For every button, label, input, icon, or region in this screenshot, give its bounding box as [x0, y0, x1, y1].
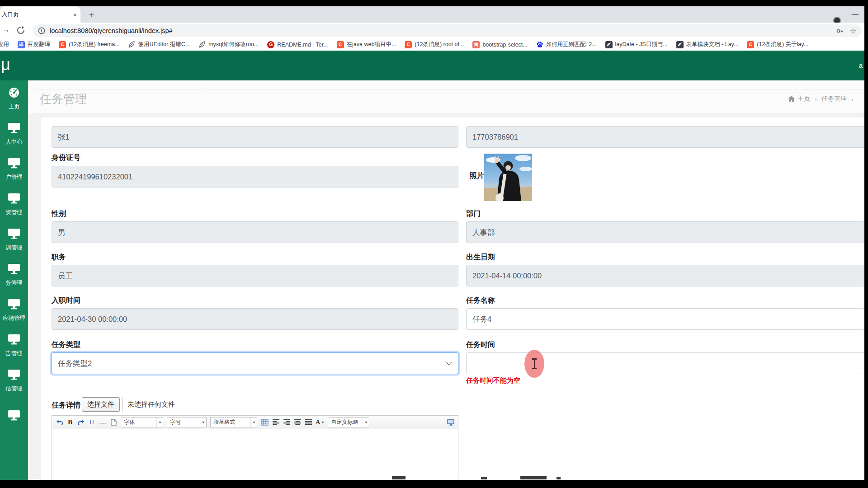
monitor-icon: [8, 263, 20, 276]
sidebar-item-partial[interactable]: [0, 398, 28, 433]
csdn-icon: C: [337, 41, 344, 48]
bookmark-item[interactable]: G README.md · Ter...: [267, 41, 328, 48]
dept-label: 部门: [466, 209, 481, 219]
site-info-icon[interactable]: [38, 27, 45, 34]
idcard-field: 410224199610232001: [52, 166, 458, 188]
custom-heading-select[interactable]: 自定义标题: [328, 417, 369, 427]
editor-toolbar: B U — 字体 字号 段落格式: [52, 415, 458, 429]
phone-field: 17703786901: [466, 126, 864, 148]
monitor-icon: [8, 334, 20, 347]
tasktime-error: 任务时间不能为空: [466, 376, 520, 385]
horizontal-rule-button[interactable]: —: [99, 418, 106, 427]
browser-tab[interactable]: 入口页 ×: [0, 6, 80, 23]
justify-icon[interactable]: [305, 418, 312, 427]
birthdate-label: 出生日期: [466, 253, 495, 262]
duty-label: 职务: [52, 253, 66, 262]
employee-photo: [484, 154, 532, 201]
sidebar-item-message-mgmt[interactable]: 信管理: [0, 362, 28, 398]
redo-icon[interactable]: [77, 418, 85, 427]
monitor-icon: [8, 410, 20, 422]
sidebar-item-user-mgmt[interactable]: 户管理: [0, 151, 28, 186]
text-cursor-icon: [534, 358, 535, 369]
font-color-icon[interactable]: A: [316, 418, 324, 427]
sidebar-item-salary-mgmt[interactable]: 资管理: [0, 186, 28, 221]
sidebar-item-report-mgmt[interactable]: 告管理: [0, 327, 28, 362]
layui-icon: [676, 41, 684, 48]
bookmark-item[interactable]: 使用UEditor 报错C...: [128, 41, 190, 48]
bookmark-item[interactable]: C (12条消息) freema...: [59, 41, 120, 48]
monitor-icon: [8, 193, 20, 206]
underline-button[interactable]: U: [88, 418, 95, 427]
partial-bottom-glyph: [481, 477, 487, 480]
breadcrumb-current[interactable]: 任务管理: [821, 95, 847, 103]
content-body: 张1 17703786901 身份证号 410224199610232001 照…: [28, 113, 864, 480]
gender-field: 男: [52, 221, 458, 243]
bookmark-item[interactable]: C (12条消息) root of...: [405, 41, 464, 48]
gender-label: 性别: [52, 209, 66, 219]
tab-strip: 入口页 × + —: [0, 6, 864, 23]
align-center-icon[interactable]: [294, 418, 301, 427]
bookmark-star-icon[interactable]: ☆: [850, 27, 856, 35]
taskname-label: 任务名称: [466, 296, 495, 305]
bookmark-item[interactable]: 应用: [0, 41, 9, 48]
bookmark-item[interactable]: 如何用正则匹配: 2...: [536, 41, 597, 48]
table-icon[interactable]: [261, 418, 269, 427]
breadcrumb-home[interactable]: 主页: [788, 95, 810, 103]
bookmark-item[interactable]: 表单模块文档 - Lay...: [676, 41, 739, 48]
bookmark-item[interactable]: 简 bootstrap-select...: [472, 41, 527, 48]
tasktype-select[interactable]: 任务类型2: [52, 352, 458, 374]
file-status-text: 未选择任何文件: [123, 397, 175, 412]
breadcrumb: 主页 › 任务管理 ›: [788, 95, 858, 103]
taskname-input[interactable]: 任务4: [466, 308, 864, 330]
editor-content-area[interactable]: [52, 429, 458, 480]
font-size-select[interactable]: 字号: [167, 417, 207, 427]
font-family-select[interactable]: 字体: [121, 417, 163, 427]
bookmark-item[interactable]: 译 百度翻译: [18, 41, 50, 48]
bold-button[interactable]: B: [66, 418, 74, 427]
password-key-icon[interactable]: [836, 27, 844, 35]
choose-file-button[interactable]: 选择文件: [82, 397, 120, 412]
sidebar-item-task-mgmt[interactable]: 务管理: [0, 257, 28, 292]
undo-icon[interactable]: [56, 418, 63, 427]
dept-field: 人事部: [466, 221, 864, 243]
sidebar-item-training-mgmt[interactable]: 训管理: [0, 221, 28, 257]
address-bar[interactable]: localhost:8080/qiyerenshiguanli/index.js…: [33, 24, 862, 37]
bookmark-item[interactable]: C 在java web项目中...: [337, 41, 396, 48]
content-header: 任务管理 主页 › 任务管理 ›: [28, 80, 864, 113]
tab-title: 入口页: [2, 11, 70, 19]
fullscreen-monitor-icon[interactable]: [447, 418, 454, 427]
align-right-icon[interactable]: [283, 418, 290, 427]
jianshu-icon: 简: [472, 41, 480, 48]
bookmarks-bar: 应用 译 百度翻译 C (12条消息) freema... 使用UEditor …: [0, 38, 864, 51]
paragraph-format-select[interactable]: 段落格式: [210, 417, 257, 427]
bookmark-item[interactable]: layDate - JS日期与...: [605, 41, 668, 48]
sidebar: 主页 人中心 户管理 资管理 训管理 务管理 应聘管理 告管理: [0, 80, 28, 480]
align-left-icon[interactable]: [272, 418, 279, 427]
bookmark-item[interactable]: C (12条消息) 关于lay...: [747, 41, 808, 48]
bookmark-item[interactable]: mysql如何修改roo...: [198, 41, 259, 48]
sidebar-item-home[interactable]: 主页: [0, 80, 28, 116]
monitor-icon: [8, 299, 20, 311]
sidebar-item-recruit-mgmt[interactable]: 应聘管理: [0, 292, 28, 327]
window-minimize-button[interactable]: —: [852, 10, 859, 18]
baidu-paw-icon: [536, 41, 543, 48]
doc-icon[interactable]: [110, 418, 117, 427]
forward-icon[interactable]: →: [2, 25, 10, 34]
new-tab-button[interactable]: +: [86, 9, 97, 20]
navbar-user-label-partial[interactable]: a: [859, 61, 863, 69]
name-field: 张1: [52, 126, 458, 148]
sidebar-item-personal-center[interactable]: 人中心: [0, 116, 28, 151]
tab-close-icon[interactable]: ×: [73, 11, 77, 19]
tasktime-label: 任务时间: [466, 340, 495, 350]
tasktype-label: 任务类型: [52, 340, 80, 350]
csdn-icon: C: [59, 41, 66, 48]
partial-bottom-glyph: [520, 476, 547, 480]
hiredate-label: 入职时间: [52, 296, 80, 305]
app-navbar: μ a: [0, 51, 864, 80]
dashboard-icon: [8, 87, 20, 100]
monitor-icon: [8, 369, 20, 382]
taskdetail-label: 任务详情: [52, 401, 80, 410]
screen: 入口页 × + — → localhost:8080/qiyerenshigua…: [0, 0, 868, 488]
reload-icon[interactable]: [16, 26, 25, 37]
layui-icon: [605, 41, 613, 48]
